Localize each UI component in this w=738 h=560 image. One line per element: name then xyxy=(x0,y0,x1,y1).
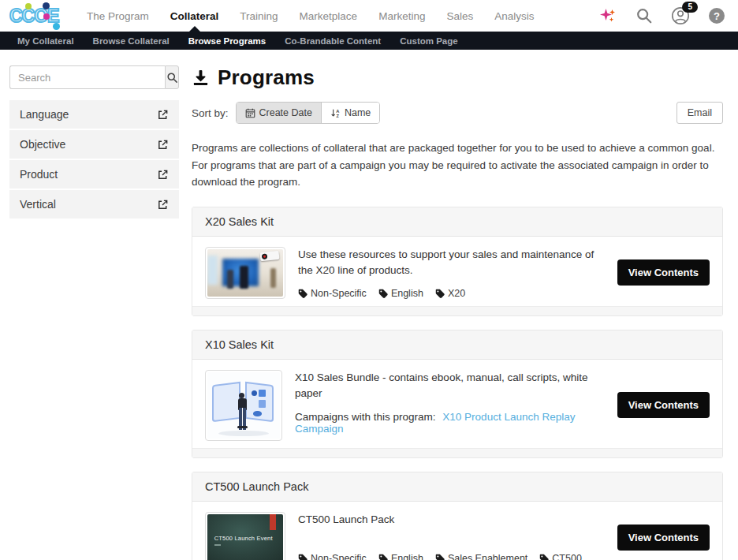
program-card-action: View Contents xyxy=(617,525,710,551)
tag-icon xyxy=(378,289,388,298)
nav-item-collateral[interactable]: Collateral xyxy=(170,0,219,32)
view-contents-button[interactable]: View Contents xyxy=(617,392,710,418)
tag: X20 xyxy=(435,288,465,299)
tag: CT500 xyxy=(539,553,582,560)
tag-label: English xyxy=(391,288,423,299)
sort-create-date-label: Create Date xyxy=(259,107,312,118)
slide-red-bar xyxy=(270,514,276,530)
tag-icon xyxy=(378,554,388,560)
nav-item-sales[interactable]: Sales xyxy=(446,0,473,32)
external-link-icon[interactable] xyxy=(157,109,169,121)
program-card-header: X20 Sales Kit xyxy=(192,207,722,237)
program-card-content: CT500 Launch Pack Non-SpecificEnglishSal… xyxy=(298,512,603,560)
sparkle-icon[interactable] xyxy=(598,6,617,25)
app-logo[interactable]: CCOE xyxy=(9,2,71,29)
search-button[interactable] xyxy=(165,65,179,89)
primary-nav: The Program Collateral Training Marketpl… xyxy=(87,0,534,32)
tag-icon xyxy=(539,554,549,560)
subnav-browse-collateral[interactable]: Browse Collateral xyxy=(93,36,170,46)
sort-by-label: Sort by: xyxy=(192,107,229,119)
program-card-header: CT500 Launch Pack xyxy=(192,472,722,502)
notification-badge: 5 xyxy=(682,2,698,13)
tag: Non-Specific xyxy=(298,553,367,560)
tag-icon xyxy=(435,554,445,560)
security-camera-graphic xyxy=(260,251,280,261)
tags-row: Non-SpecificEnglishX20 xyxy=(298,280,603,299)
slide-caption: CT500 Launch Event xyxy=(214,535,273,542)
tag-icon xyxy=(435,289,445,298)
nav-item-training[interactable]: Training xyxy=(240,0,278,32)
thumbnail-retail-photo xyxy=(207,249,283,297)
tag-label: Sales Enablement xyxy=(448,553,527,560)
tag: English xyxy=(378,288,423,299)
nav-item-marketing[interactable]: Marketing xyxy=(378,0,425,32)
nav-item-marketplace[interactable]: Marketplace xyxy=(300,0,358,32)
sidebar-item-product[interactable]: Product xyxy=(9,160,179,189)
program-description: X10 Sales Bundle - contains ebook, manua… xyxy=(295,370,603,402)
nav-item-the-program[interactable]: The Program xyxy=(87,0,149,32)
tag-label: Non-Specific xyxy=(311,553,367,560)
program-card: X20 Sales Kit Use these resources to sup… xyxy=(192,207,723,316)
tag: English xyxy=(378,553,423,560)
program-card: X10 Sales Kit X10 Sales Bundle - contain… xyxy=(192,330,723,458)
program-thumbnail: CT500 Launch Event xyxy=(205,512,285,560)
nav-item-analysis[interactable]: Analysis xyxy=(494,0,534,32)
program-card-body: Use these resources to support your sale… xyxy=(192,237,722,306)
subnav-co-brandable-content[interactable]: Co-Brandable Content xyxy=(285,36,381,46)
calendar-icon xyxy=(245,108,255,118)
external-link-icon[interactable] xyxy=(157,169,169,181)
sidebar-item-vertical[interactable]: Vertical xyxy=(9,190,179,218)
svg-text:?: ? xyxy=(714,10,720,22)
tags-row: Non-SpecificEnglishSales EnablementCT500 xyxy=(298,545,603,560)
thumbnail-book-illustration xyxy=(207,372,280,439)
search-input[interactable] xyxy=(9,65,165,89)
account-icon[interactable]: 5 xyxy=(671,6,690,25)
search-button-icon xyxy=(166,72,178,84)
program-description: Use these resources to support your sale… xyxy=(298,247,603,279)
help-icon[interactable]: ? xyxy=(708,7,725,24)
program-title: X20 Sales Kit xyxy=(205,215,274,228)
program-card-footer xyxy=(192,306,722,315)
program-card-content: X10 Sales Bundle - contains ebook, manua… xyxy=(295,370,603,441)
program-thumbnail xyxy=(205,370,282,441)
sort-alpha-icon: A Z xyxy=(330,108,341,118)
email-button[interactable]: Email xyxy=(676,102,723,124)
subnav-my-collateral[interactable]: My Collateral xyxy=(17,36,74,46)
program-thumbnail xyxy=(205,247,285,299)
program-card-action: View Contents xyxy=(617,259,710,286)
sort-create-date-button[interactable]: Create Date xyxy=(237,103,321,123)
filter-label: Vertical xyxy=(20,198,56,211)
secondary-navbar: My Collateral Browse Collateral Browse P… xyxy=(0,32,738,50)
sidebar-item-language[interactable]: Language xyxy=(9,100,179,129)
logo-dot-pink xyxy=(43,13,50,20)
filter-label: Objective xyxy=(20,138,65,151)
top-navbar: CCOE The Program Collateral Training Mar… xyxy=(0,0,738,32)
subnav-browse-programs[interactable]: Browse Programs xyxy=(188,36,266,46)
main-content: Programs Sort by: Create Date xyxy=(192,65,723,560)
program-cards-list: X20 Sales Kit Use these resources to sup… xyxy=(192,207,723,560)
search-icon[interactable] xyxy=(636,7,653,24)
program-card: CT500 Launch Pack CT500 Launch Event CT5… xyxy=(192,472,723,560)
subnav-custom-page[interactable]: Custom Page xyxy=(400,36,458,46)
tag-label: X20 xyxy=(448,288,465,299)
external-link-icon[interactable] xyxy=(157,139,169,151)
svg-text:A: A xyxy=(336,108,339,113)
page-title: Programs xyxy=(218,65,315,90)
filter-sidebar: Language Objective Product Vertical xyxy=(9,65,179,560)
view-contents-button[interactable]: View Contents xyxy=(617,259,710,286)
sort-name-button[interactable]: A Z Name xyxy=(321,103,379,123)
tag-icon xyxy=(298,554,308,560)
sort-name-label: Name xyxy=(345,107,371,118)
logo-dot-navy xyxy=(43,2,50,9)
tag-icon xyxy=(298,289,308,298)
tag-label: CT500 xyxy=(552,553,582,560)
program-card-header: X10 Sales Kit xyxy=(192,330,722,360)
sidebar-item-objective[interactable]: Objective xyxy=(9,130,179,159)
external-link-icon[interactable] xyxy=(157,199,169,211)
filter-label: Product xyxy=(20,168,58,181)
program-title: X10 Sales Kit xyxy=(205,338,274,351)
programs-intro-text: Programs are collections of collateral t… xyxy=(192,140,723,191)
program-card-body: CT500 Launch Event CT500 Launch Pack Non… xyxy=(192,502,722,560)
view-contents-button[interactable]: View Contents xyxy=(617,525,710,551)
program-card-content: Use these resources to support your sale… xyxy=(298,247,603,299)
